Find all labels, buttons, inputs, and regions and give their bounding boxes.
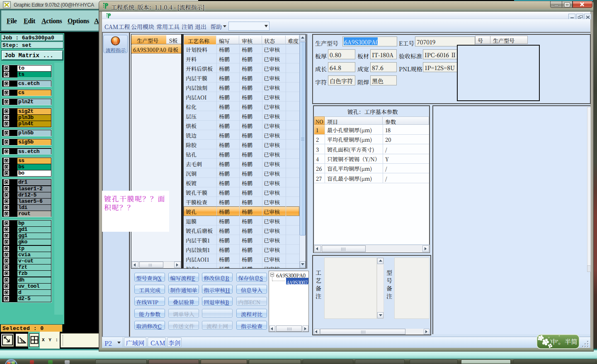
svg-text:α: α (23, 340, 24, 343)
svg-text:中'。半简: 中'。半简 (551, 337, 578, 346)
